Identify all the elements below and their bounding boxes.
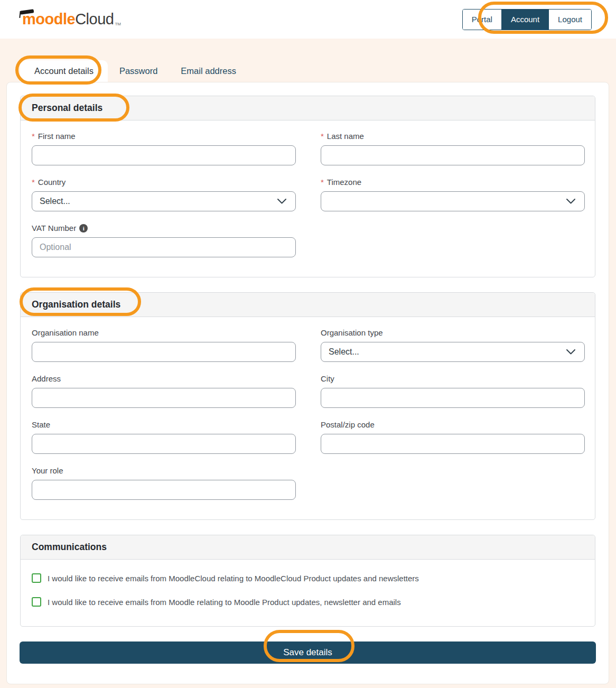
personal-details-heading: Personal details [21, 96, 595, 120]
state-input[interactable] [32, 434, 296, 454]
country-label: Country [38, 178, 66, 187]
address-label: Address [32, 374, 61, 383]
chevron-down-icon [566, 199, 575, 204]
account-nav-group: Portal Account Logout [462, 9, 592, 30]
required-marker: * [321, 178, 324, 187]
last-name-input[interactable] [321, 145, 585, 165]
vat-number-label: VAT Number [32, 224, 76, 233]
portal-button[interactable]: Portal [463, 10, 501, 30]
state-label: State [32, 420, 50, 429]
first-name-label: First name [38, 132, 76, 141]
address-field: Address [32, 374, 296, 408]
moodle-emails-checkbox[interactable] [32, 597, 41, 607]
tab-email-address[interactable]: Email address [169, 60, 248, 82]
first-name-field: * First name [32, 132, 296, 165]
moodlecloud-emails-label: I would like to receive emails from Mood… [48, 574, 419, 583]
moodlecloud-logo[interactable]: moodle Cloud TM [22, 11, 121, 28]
organisation-details-section: Organisation details Organisation name O… [20, 292, 595, 520]
your-role-input[interactable] [32, 480, 296, 500]
state-field: State [32, 420, 296, 454]
account-details-panel: Personal details * First name * Last nam… [6, 82, 609, 684]
required-marker: * [32, 178, 35, 187]
settings-tab-bar: Account details Password Email address [20, 60, 616, 82]
city-input[interactable] [321, 388, 585, 408]
your-role-label: Your role [32, 466, 63, 475]
timezone-field: * Timezone [321, 178, 585, 211]
timezone-select[interactable] [321, 191, 585, 211]
first-name-input[interactable] [32, 145, 296, 165]
city-label: City [321, 374, 334, 383]
site-header: moodle Cloud TM Portal Account Logout [0, 0, 616, 39]
required-marker: * [32, 132, 35, 141]
vat-number-input[interactable] [32, 237, 296, 257]
moodle-emails-option[interactable]: I would like to receive emails from Mood… [32, 597, 584, 607]
your-role-field: Your role [32, 466, 296, 500]
communications-heading: Communications [21, 535, 595, 560]
logo-text-cloud: Cloud [75, 11, 114, 28]
organisation-type-select[interactable]: Select... [321, 342, 585, 362]
organisation-type-label: Organisation type [321, 328, 383, 337]
logout-button[interactable]: Logout [548, 10, 591, 30]
communications-section: Communications I would like to receive e… [20, 535, 595, 627]
vat-number-field: VAT Number i [32, 224, 296, 257]
logo-trademark: TM [115, 22, 121, 28]
personal-details-section: Personal details * First name * Last nam… [20, 96, 595, 277]
chevron-down-icon [277, 199, 286, 204]
city-field: City [321, 374, 585, 408]
postal-code-label: Postal/zip code [321, 420, 375, 429]
timezone-label: Timezone [327, 178, 361, 187]
save-details-button[interactable]: Save details [20, 641, 596, 664]
chevron-down-icon [566, 349, 575, 355]
tab-account-details[interactable]: Account details [20, 60, 108, 82]
postal-code-field: Postal/zip code [321, 420, 585, 454]
country-select-value: Select... [40, 197, 70, 206]
moodlecloud-emails-checkbox[interactable] [32, 573, 41, 583]
tab-password[interactable]: Password [108, 60, 169, 82]
moodle-emails-label: I would like to receive emails from Mood… [48, 598, 401, 607]
postal-code-input[interactable] [321, 434, 585, 454]
moodlecloud-emails-option[interactable]: I would like to receive emails from Mood… [32, 573, 584, 583]
organisation-name-field: Organisation name [32, 328, 296, 362]
organisation-type-field: Organisation type Select... [321, 328, 585, 362]
address-input[interactable] [32, 388, 296, 408]
required-marker: * [321, 132, 324, 141]
account-button[interactable]: Account [501, 10, 548, 30]
country-select[interactable]: Select... [32, 191, 296, 211]
last-name-label: Last name [327, 132, 364, 141]
last-name-field: * Last name [321, 132, 585, 165]
organisation-name-label: Organisation name [32, 328, 99, 337]
organisation-name-input[interactable] [32, 342, 296, 362]
country-field: * Country Select... [32, 178, 296, 211]
logo-text-moodle: moodle [22, 11, 75, 28]
organisation-type-select-value: Select... [329, 347, 359, 357]
organisation-details-heading: Organisation details [21, 293, 595, 317]
info-icon[interactable]: i [79, 224, 88, 233]
